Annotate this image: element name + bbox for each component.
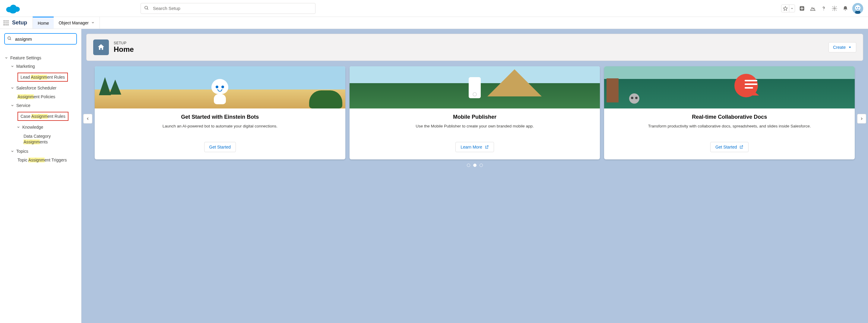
svg-line-25 [10, 39, 11, 40]
svg-point-18 [4, 22, 5, 24]
tab-label: Object Manager [59, 21, 89, 25]
svg-marker-6 [783, 6, 787, 10]
cta-label: Get Started [715, 145, 737, 149]
tree-label-text: Marketing [16, 64, 35, 69]
help-icon[interactable] [820, 4, 828, 12]
global-add-button[interactable] [798, 4, 806, 12]
tree-leaf-case-assignment-rules[interactable]: Case Assignment Rules [16, 110, 77, 123]
svg-point-15 [4, 20, 5, 22]
card-cta-button[interactable]: Get Started [204, 142, 236, 152]
tab-object-manager[interactable]: Object Manager [54, 17, 100, 29]
external-link-icon [739, 145, 743, 149]
quick-find-input[interactable] [4, 33, 77, 45]
chevron-down-icon [10, 104, 14, 107]
carousel-dot[interactable] [473, 164, 476, 167]
app-launcher-icon[interactable] [0, 17, 12, 29]
tab-home[interactable]: Home [33, 16, 54, 29]
search-icon [7, 36, 12, 42]
svg-point-20 [7, 22, 9, 24]
promo-card-einstein-bots: Get Started with Einstein Bots Launch an… [95, 66, 345, 159]
home-icon [93, 39, 109, 55]
setup-sidebar: Feature Settings Marketing Lead Assignme… [0, 29, 82, 323]
svg-point-21 [4, 24, 5, 25]
tree-node-service[interactable]: Service [10, 101, 77, 110]
phone-icon [469, 77, 481, 98]
setup-content: SETUP Home Create [82, 29, 868, 323]
svg-marker-26 [849, 47, 851, 48]
tree-label-text: Salesforce Scheduler [16, 85, 56, 91]
card-description: Transform productivity with collaborativ… [610, 123, 849, 135]
star-icon [781, 5, 789, 12]
card-illustration [349, 66, 600, 108]
svg-point-12 [856, 7, 857, 8]
card-title: Get Started with Einstein Bots [101, 114, 339, 120]
page-header: SETUP Home Create [86, 34, 863, 61]
global-search [141, 3, 315, 14]
card-title: Real-time Collaborative Docs [610, 114, 849, 120]
user-avatar[interactable] [852, 3, 863, 14]
svg-point-8 [824, 10, 824, 10]
tree-leaf-lead-assignment-rules[interactable]: Lead Assignment Rules [16, 71, 77, 84]
chevron-down-icon [4, 56, 8, 60]
promo-card-mobile-publisher: Mobile Publisher Use the Mobile Publishe… [349, 66, 600, 159]
tree-leaf-topic-assignment-triggers[interactable]: Topic Assignment Triggers [16, 155, 77, 165]
setup-tree: Feature Settings Marketing Lead Assignme… [4, 53, 77, 165]
page-eyebrow: SETUP [114, 41, 134, 45]
global-search-input[interactable] [141, 3, 315, 14]
svg-point-24 [8, 37, 10, 39]
settings-gear-icon[interactable] [831, 4, 838, 12]
carousel-next-button[interactable] [857, 114, 866, 123]
create-button[interactable]: Create [829, 42, 856, 52]
svg-point-11 [855, 5, 861, 10]
tree-node-topics[interactable]: Topics [10, 147, 77, 155]
cta-label: Get Started [209, 145, 231, 149]
card-cta-button[interactable]: Get Started [710, 142, 749, 152]
chevron-right-icon [860, 117, 864, 121]
tree-leaf-assignment-policies[interactable]: Assignment Policies [16, 92, 77, 101]
carousel-prev-button[interactable] [83, 114, 92, 123]
favorites-button[interactable] [781, 4, 795, 12]
chevron-down-icon [789, 7, 795, 10]
chevron-down-icon [16, 125, 21, 129]
tree-node-marketing[interactable]: Marketing [10, 62, 77, 71]
app-title: Setup [12, 20, 33, 26]
promo-carousel: Get Started with Einstein Bots Launch an… [82, 63, 868, 174]
svg-line-5 [147, 8, 148, 9]
svg-point-13 [858, 7, 859, 8]
tree-label-text: Service [16, 103, 30, 108]
salesforce-logo[interactable] [5, 3, 32, 14]
trailhead-icon[interactable] [809, 4, 817, 12]
app-nav-bar: Setup Home Object Manager [0, 17, 868, 29]
notifications-bell-icon[interactable] [841, 4, 849, 12]
search-icon [144, 5, 149, 11]
chevron-left-icon [86, 117, 90, 121]
chevron-down-icon [10, 65, 14, 68]
card-illustration [95, 66, 345, 108]
create-button-label: Create [833, 45, 846, 50]
page-title: Home [114, 45, 134, 53]
card-description: Launch an AI-powered bot to automate you… [101, 123, 339, 135]
svg-point-17 [7, 20, 9, 22]
svg-point-9 [834, 7, 835, 9]
carousel-indicators [95, 164, 855, 167]
svg-point-19 [5, 22, 7, 24]
tree-node-salesforce-scheduler[interactable]: Salesforce Scheduler [10, 84, 77, 92]
quick-find [4, 33, 77, 45]
carousel-dot[interactable] [479, 164, 483, 167]
chevron-down-icon [10, 149, 14, 153]
tree-leaf-data-category-assignments[interactable]: Data Category Assignments [22, 131, 77, 147]
tree-label-text: Feature Settings [10, 56, 41, 60]
svg-rect-14 [855, 11, 861, 14]
global-header [0, 0, 868, 17]
svg-point-22 [5, 24, 7, 25]
card-cta-button[interactable]: Learn More [456, 142, 494, 152]
global-header-actions [781, 3, 863, 14]
cta-label: Learn More [461, 145, 482, 149]
carousel-dot[interactable] [467, 164, 470, 167]
card-title: Mobile Publisher [355, 114, 594, 120]
tree-node-feature-settings[interactable]: Feature Settings [4, 53, 77, 62]
tree-node-knowledge[interactable]: Knowledge [16, 123, 77, 131]
svg-point-23 [7, 24, 9, 25]
external-link-icon [485, 145, 489, 149]
card-description: Use the Mobile Publisher to create your … [355, 123, 594, 135]
